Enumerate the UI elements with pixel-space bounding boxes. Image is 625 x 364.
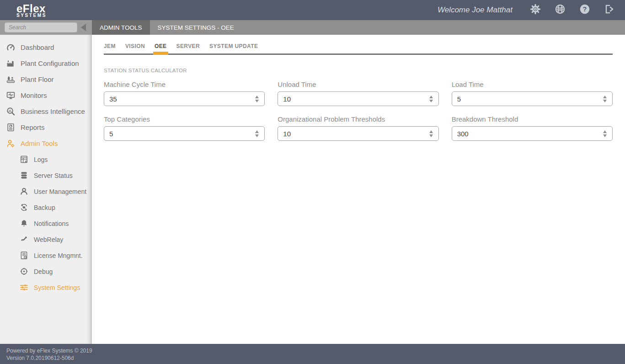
help-button[interactable]: ? xyxy=(578,4,591,16)
sidebar-item-label: Server Status xyxy=(34,172,73,179)
logout-button[interactable] xyxy=(603,4,616,16)
svg-text:?: ? xyxy=(583,5,587,13)
organizational-problem-thresholds-input-box xyxy=(278,126,438,141)
tab-oee-label: OEE xyxy=(155,43,167,49)
number-spinner[interactable] xyxy=(603,130,607,137)
sidebar-item-label: Plant Floor xyxy=(21,75,54,83)
sidebar-item-reports[interactable]: Reports xyxy=(0,119,92,135)
question-mark-icon: ? xyxy=(579,3,591,17)
unload-time-input[interactable] xyxy=(283,95,425,103)
spinner-up-icon[interactable] xyxy=(429,130,433,133)
top-categories-input[interactable] xyxy=(109,130,251,138)
spinner-up-icon[interactable] xyxy=(603,96,607,98)
sidebar-item-plant-configuration[interactable]: Plant Configuration xyxy=(0,55,92,71)
number-spinner[interactable] xyxy=(255,96,259,102)
sidebar-item-monitors[interactable]: Monitors xyxy=(0,87,92,103)
field-label: Load Time xyxy=(452,80,613,88)
number-spinner[interactable] xyxy=(429,130,433,137)
field-organizational-problem-thresholds: Organizational Problem Thresholds xyxy=(278,115,438,141)
sidebar-item-webrelay[interactable]: WebRelay xyxy=(0,231,92,247)
sidebar-item-label: Backup xyxy=(34,204,55,211)
sidebar-item-label: Reports xyxy=(21,123,45,131)
sidebar-nav: Dashboard Plant Configuration xyxy=(0,35,92,344)
sidebar-item-notifications[interactable]: Notifications xyxy=(0,215,92,231)
sidebar-item-label: WebRelay xyxy=(34,236,63,243)
field-load-time: Load Time xyxy=(452,80,613,106)
monitors-icon xyxy=(6,91,16,100)
sidebar-item-label: Debug xyxy=(34,268,53,275)
sidebar-collapse-button[interactable] xyxy=(81,24,87,31)
spinner-up-icon[interactable] xyxy=(255,96,259,98)
field-top-categories: Top Categories xyxy=(104,115,265,141)
tab-server[interactable]: SERVER xyxy=(176,43,200,54)
tab-system-update[interactable]: SYSTEM UPDATE xyxy=(209,43,258,54)
logout-icon xyxy=(604,3,615,17)
sidebar-item-plant-floor[interactable]: Plant Floor xyxy=(0,71,92,87)
header-actions: Welcome Joe Matthat xyxy=(438,4,616,16)
unload-time-input-box xyxy=(278,91,438,106)
sidebar-item-user-management[interactable]: User Management xyxy=(0,183,92,199)
tab-vision[interactable]: VISION xyxy=(125,43,145,54)
gear-icon xyxy=(529,3,541,17)
sidebar-item-system-settings[interactable]: System Settings xyxy=(0,279,92,295)
dashboard-icon xyxy=(6,43,16,52)
business-intelligence-icon xyxy=(6,107,16,116)
sidebar-item-label: License Mngmnt. xyxy=(34,252,83,259)
spinner-down-icon[interactable] xyxy=(429,134,433,137)
load-time-input[interactable] xyxy=(457,95,599,103)
number-spinner[interactable] xyxy=(603,96,607,102)
settings-gear-button[interactable] xyxy=(529,4,542,16)
window-tab-system-settings-oee[interactable]: SYSTEM SETTINGS - OEE xyxy=(150,20,242,35)
sidebar-item-server-status[interactable]: Server Status xyxy=(0,167,92,183)
system-settings-icon xyxy=(19,283,29,292)
number-spinner[interactable] xyxy=(429,96,433,102)
sidebar-item-backup[interactable]: Backup xyxy=(0,199,92,215)
field-label: Breakdown Threshold xyxy=(452,115,613,123)
load-time-input-box xyxy=(452,91,613,106)
spinner-down-icon[interactable] xyxy=(429,100,433,102)
main-content: JEM VISION OEE SERVER SYSTEM UPDATE STAT… xyxy=(92,35,625,344)
spinner-up-icon[interactable] xyxy=(255,130,259,133)
window-tab-admin-tools[interactable]: ADMIN TOOLS xyxy=(92,20,150,35)
sidebar-item-logs[interactable]: Logs xyxy=(0,151,92,167)
organizational-problem-thresholds-input[interactable] xyxy=(283,130,425,138)
sidebar-item-license-mngmnt[interactable]: License Mngmnt. xyxy=(0,247,92,263)
spinner-down-icon[interactable] xyxy=(255,134,259,137)
globe-icon xyxy=(554,3,566,17)
sidebar-item-business-intelligence[interactable]: Business Intelligence xyxy=(0,103,92,119)
active-tab-underline xyxy=(153,52,168,55)
spinner-down-icon[interactable] xyxy=(603,100,607,102)
eflex-logo: eFlex SYSTEMS xyxy=(16,2,47,18)
settings-tabs: JEM VISION OEE SERVER SYSTEM UPDATE xyxy=(104,43,613,55)
sidebar-item-dashboard[interactable]: Dashboard xyxy=(0,39,92,55)
number-spinner[interactable] xyxy=(255,130,259,137)
field-label: Machine Cycle Time xyxy=(104,80,265,88)
sidebar-item-admin-tools[interactable]: Admin Tools xyxy=(0,135,92,151)
spinner-up-icon[interactable] xyxy=(603,130,607,133)
logo-subtext: SYSTEMS xyxy=(16,13,47,18)
search-input[interactable] xyxy=(5,22,77,32)
machine-cycle-time-input[interactable] xyxy=(109,95,251,103)
spinner-down-icon[interactable] xyxy=(255,100,259,102)
sidebar-item-label: Business Intelligence xyxy=(21,107,85,115)
window-tabs: ADMIN TOOLS SYSTEM SETTINGS - OEE xyxy=(92,20,242,35)
field-label: Top Categories xyxy=(104,115,265,123)
language-globe-button[interactable] xyxy=(554,4,566,16)
sidebar-item-label: User Management xyxy=(34,188,86,195)
server-status-icon xyxy=(19,171,29,180)
tab-jem[interactable]: JEM xyxy=(104,43,116,54)
sidebar-item-label: Notifications xyxy=(34,220,69,227)
field-breakdown-threshold: Breakdown Threshold xyxy=(452,115,613,141)
admin-tools-icon xyxy=(6,139,16,148)
app-footer: Powered by eFlex Systems © 2019 Version … xyxy=(0,344,625,364)
top-header: eFlex SYSTEMS Welcome Joe Matthat xyxy=(0,0,625,20)
breakdown-threshold-input[interactable] xyxy=(457,130,599,138)
field-label: Unload Time xyxy=(278,80,438,88)
tab-oee[interactable]: OEE xyxy=(155,43,167,54)
section-title: STATION STATUS CALCULATOR xyxy=(104,68,613,73)
sidebar-item-label: Monitors xyxy=(21,91,47,99)
welcome-text: Welcome Joe Matthat xyxy=(438,5,513,15)
spinner-up-icon[interactable] xyxy=(429,96,433,98)
sidebar-item-debug[interactable]: Debug xyxy=(0,263,92,279)
spinner-down-icon[interactable] xyxy=(603,134,607,137)
